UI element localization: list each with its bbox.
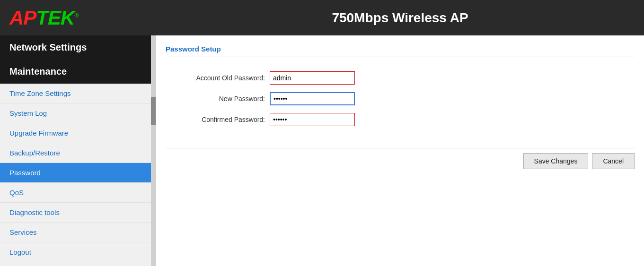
old-password-row: Account Old Password:: [166, 71, 635, 85]
sidebar-item-qos[interactable]: QoS: [0, 183, 156, 203]
sidebar: Network Settings Maintenance Time Zone S…: [0, 35, 156, 266]
logo-ap: AP: [9, 7, 36, 29]
sidebar-scrollbar-thumb[interactable]: [151, 97, 156, 125]
header-title: 750Mbps Wireless AP: [166, 10, 635, 26]
main-layout: Network Settings Maintenance Time Zone S…: [0, 35, 644, 266]
logo-registered: ®: [74, 12, 78, 19]
sidebar-item-system-log[interactable]: System Log: [0, 103, 156, 123]
old-password-input[interactable]: [270, 71, 355, 85]
logo: APTEK®: [9, 7, 78, 29]
header: APTEK® 750Mbps Wireless AP: [0, 0, 644, 35]
sidebar-item-backup-restore[interactable]: Backup/Restore: [0, 143, 156, 163]
confirm-password-label: Confirmed Password:: [166, 116, 270, 123]
save-changes-button[interactable]: Save Changes: [523, 153, 589, 169]
button-row: Save Changes Cancel: [166, 148, 635, 169]
sidebar-item-diagnostic-tools[interactable]: Diagnostic tools: [0, 203, 156, 223]
sidebar-section-network: Network Settings: [0, 35, 156, 60]
sidebar-item-time-zone[interactable]: Time Zone Settings: [0, 84, 156, 103]
content-area: Password Setup Account Old Password: New…: [156, 35, 644, 266]
logo-area: APTEK®: [9, 7, 166, 29]
old-password-label: Account Old Password:: [166, 74, 270, 82]
sidebar-item-logout[interactable]: Logout: [0, 242, 156, 262]
sidebar-scrollbar[interactable]: [151, 35, 156, 266]
new-password-input[interactable]: [270, 92, 355, 105]
logo-tek: TEK: [36, 7, 74, 29]
sidebar-section-maintenance: Maintenance: [0, 60, 156, 84]
sidebar-item-password[interactable]: Password: [0, 163, 156, 183]
section-title: Password Setup: [166, 45, 635, 57]
confirm-password-input[interactable]: [270, 113, 355, 126]
new-password-row: New Password:: [166, 92, 635, 105]
sidebar-item-upgrade-firmware[interactable]: Upgrade Firmware: [0, 123, 156, 143]
confirm-password-row: Confirmed Password:: [166, 113, 635, 126]
password-form: Account Old Password: New Password: Conf…: [166, 67, 635, 143]
sidebar-item-services[interactable]: Services: [0, 223, 156, 242]
new-password-label: New Password:: [166, 95, 270, 103]
cancel-button[interactable]: Cancel: [592, 153, 635, 169]
